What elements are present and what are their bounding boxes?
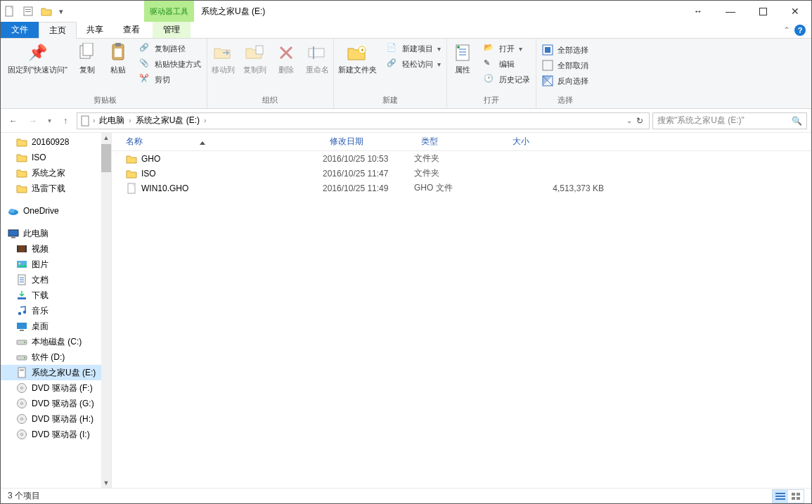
tree-node[interactable]: DVD 驱动器 (F:) [1,380,111,396]
scroll-down-icon[interactable]: ▼ [101,478,111,488]
pictures-icon [16,259,27,270]
paste-shortcut-button[interactable]: 📎粘贴快捷方式 [136,57,204,71]
close-button[interactable]: ✕ [779,1,811,22]
tree-node-label: 桌面 [32,321,49,332]
col-name[interactable]: 名称 [112,136,323,148]
tree-node-label: 图片 [32,259,49,271]
file-row[interactable]: WIN10.GHO2016/10/25 11:49GHO 文件4,513,373… [112,181,811,195]
tree-node-label: ISO [32,153,46,162]
copy-path-button[interactable]: 🔗复制路径 [136,41,204,56]
paste-button[interactable]: 粘贴 [103,40,134,77]
open-button[interactable]: 📂打开▾ [481,41,533,56]
svg-rect-57 [792,497,795,500]
select-none-button[interactable]: 全部取消 [539,58,591,72]
tree-node[interactable]: DVD 驱动器 (G:) [1,396,111,411]
col-date[interactable]: 修改日期 [323,136,414,148]
scroll-thumb[interactable] [101,144,111,172]
easy-access-button[interactable]: 🔗轻松访问▾ [384,57,444,71]
ribbon-collapse-icon[interactable]: ⌃ [783,25,790,35]
nav-back-button[interactable]: ← [5,112,22,129]
move-to-button[interactable]: 移动到 [207,40,239,77]
tree-node[interactable]: ISO [1,150,111,165]
view-details-button[interactable] [773,490,788,503]
search-icon[interactable]: 🔍 [792,116,802,126]
file-type: GHO 文件 [414,182,505,194]
delete-button[interactable]: 删除 [271,40,302,77]
minimize-button[interactable]: ― [714,1,747,22]
breadcrumb-root[interactable]: 此电脑 [96,115,127,127]
pin-quickaccess-button[interactable]: 📌 固定到"快速访问" [4,40,72,77]
resize-handle-icon[interactable]: ↔ [682,1,714,22]
tree-node[interactable]: 音乐 [1,303,111,318]
ribbon-group-select: 全部选择 全部取消 反向选择 选择 [536,39,594,108]
chevron-right-icon[interactable]: › [129,117,131,124]
tree-node[interactable]: 迅雷下载 [1,181,111,196]
tab-manage[interactable]: 管理 [153,22,191,38]
tree-node[interactable]: OneDrive [1,203,111,219]
copy-to-button[interactable]: 复制到 [239,40,271,77]
new-folder-icon: ✦ [346,41,368,64]
scroll-up-icon[interactable]: ▲ [101,133,111,143]
qat-new-doc-icon[interactable] [1,1,19,22]
tree-node[interactable]: 下载 [1,287,111,303]
folder-icon [16,152,27,163]
nav-up-button[interactable]: ↑ [57,112,74,129]
tree-node[interactable]: 本地磁盘 (C:) [1,334,111,349]
nav-forward-button[interactable]: → [25,112,41,129]
nav-recent-dropdown[interactable]: ▾ [44,112,54,129]
address-dropdown-icon[interactable]: ⌄ [626,117,632,124]
properties-icon [451,41,474,64]
edit-button[interactable]: ✎编辑 [481,57,533,71]
tree-node[interactable]: 此电脑 [1,226,111,241]
new-folder-button[interactable]: ✦ 新建文件夹 [334,40,381,77]
chevron-right-icon[interactable]: › [204,117,206,124]
select-all-button[interactable]: 全部选择 [539,43,591,57]
chevron-right-icon[interactable]: › [93,117,95,124]
tree-node[interactable]: 系统之家 [1,165,111,181]
file-date: 2016/10/25 11:47 [323,169,414,179]
file-row[interactable]: ISO2016/10/25 11:47文件夹 [112,166,811,181]
folder-icon [16,183,27,194]
maximize-button[interactable] [747,1,779,22]
tree-node[interactable]: 文档 [1,272,111,287]
file-date: 2016/10/25 11:49 [323,183,414,193]
cut-button[interactable]: ✂️剪切 [136,72,204,86]
tree-node[interactable]: 图片 [1,257,111,272]
tree-node[interactable]: 桌面 [1,318,111,334]
help-icon[interactable]: ? [794,25,806,36]
svg-rect-19 [543,60,553,70]
address-bar[interactable]: › 此电脑 › 系统之家U盘 (E:) › ⌄ ↻ [77,112,650,129]
tree-node[interactable]: DVD 驱动器 (I:) [1,427,111,442]
rename-button[interactable]: 重命名 [302,40,333,77]
tab-home[interactable]: 主页 [39,22,77,39]
view-large-icons-button[interactable] [788,490,804,503]
search-placeholder: 搜索"系统之家U盘 (E:)" [657,115,745,127]
tab-share[interactable]: 共享 [77,22,113,38]
ribbon-tabs: 文件 主页 共享 查看 管理 ⌃ ? [1,22,811,39]
new-item-button[interactable]: 📄新建项目▾ [384,41,444,56]
history-button[interactable]: 🕑历史记录 [481,72,533,86]
tree-node[interactable]: 视频 [1,241,111,257]
copy-button[interactable]: 复制 [72,40,103,77]
properties-button[interactable]: 属性 [447,40,478,77]
breadcrumb-current[interactable]: 系统之家U盘 (E:) [133,115,202,127]
qat-properties-icon[interactable] [19,1,37,22]
tree-node[interactable]: 软件 (D:) [1,349,111,365]
tree-node-label: 系统之家U盘 (E:) [32,367,96,379]
refresh-icon[interactable]: ↻ [636,116,643,126]
column-headers: 名称 修改日期 类型 大小 [112,133,811,151]
file-row[interactable]: GHO2016/10/25 10:53文件夹 [112,151,811,166]
svg-rect-55 [792,493,795,496]
col-size[interactable]: 大小 [505,136,604,148]
tab-file[interactable]: 文件 [1,22,39,38]
tree-node[interactable]: 20160928 [1,134,111,150]
tree-node[interactable]: 系统之家U盘 (E:) [1,365,111,380]
tree-node[interactable]: DVD 驱动器 (H:) [1,411,111,427]
tree-scrollbar[interactable]: ▲ ▼ [101,133,111,488]
col-type[interactable]: 类型 [414,136,505,148]
tab-view[interactable]: 查看 [113,22,150,38]
qat-folder-icon[interactable] [37,1,56,22]
qat-dropdown[interactable]: ▾ [56,1,67,22]
invert-select-button[interactable]: 反向选择 [539,74,591,88]
search-box[interactable]: 搜索"系统之家U盘 (E:)" 🔍 [652,112,807,129]
